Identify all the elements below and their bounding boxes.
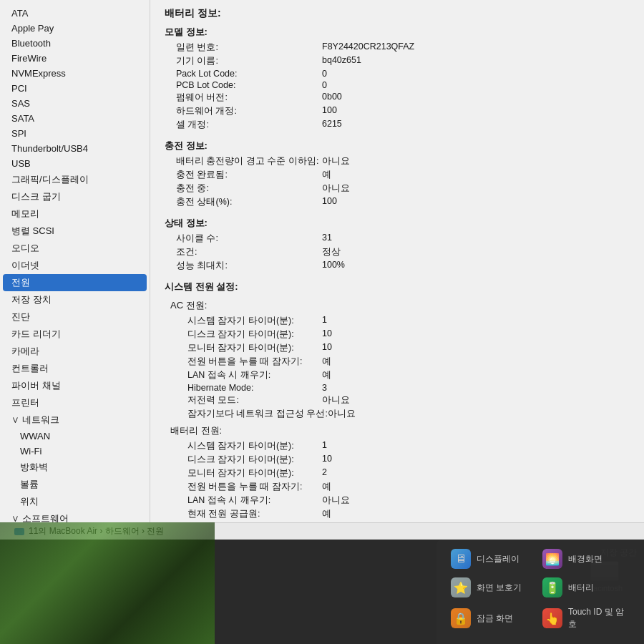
sidebar-item-storage[interactable]: 저장 장치 [0, 291, 150, 308]
info-label: 셀 개정: [165, 119, 322, 131]
sidebar-item-network-group[interactable]: ∨ 네트워크 [0, 411, 150, 429]
pref-icon-screensaver: ⭐ [451, 577, 471, 597]
sidebar-item-fiber-channel[interactable]: 파이버 채널 [0, 377, 150, 394]
pref-item-lock-screen[interactable]: 🔒잠금 화면 [447, 604, 532, 633]
info-value: 예 [322, 169, 331, 181]
info-row: LAN 접속 시 깨우기:아니요 [165, 494, 630, 507]
info-label: 사이클 수: [165, 233, 322, 245]
top-panel: ATAApple PayBluetoothFireWireNVMExpressP… [0, 0, 644, 522]
sidebar-item-power[interactable]: 전원 [3, 274, 147, 291]
info-label: 시스템 잠자기 타이머(분): [165, 440, 322, 452]
info-row: 현재 전원 공급원:예 [165, 508, 630, 520]
info-label: 펌웨어 버전: [165, 92, 322, 104]
sidebar-item-wifi[interactable]: Wi-Fi [0, 444, 150, 459]
background-photo [0, 522, 215, 644]
sidebar-item-volume[interactable]: 볼륨 [0, 476, 150, 493]
pref-icon-touch-id: 👆 [542, 608, 562, 628]
pref-label-battery-pref: 배터리 [568, 582, 594, 594]
info-row: 모니터 잠자기 타이머(분):2 [165, 467, 630, 479]
pref-item-display[interactable]: 🖥디스플레이 [447, 547, 532, 571]
info-label: 잠자기보다 네트워크 접근성 우선: [165, 408, 328, 420]
info-value: 3 [322, 383, 327, 393]
info-value: 2 [322, 467, 327, 479]
sidebar-item-graphics[interactable]: 그래픽/디스플레이 [0, 171, 150, 188]
charge-section: 충전 정보: 배터리 충전량이 경고 수준 이하임:아니요충전 완료됨:예충전 … [165, 140, 630, 208]
sidebar-item-controller[interactable]: 컨트롤러 [0, 360, 150, 377]
info-value: 1 [322, 440, 327, 452]
info-value: 아니요 [322, 182, 350, 195]
status-title: 상태 정보: [165, 217, 630, 230]
battery-rows: 시스템 잠자기 타이머(분):1디스크 잠자기 타이머(분):10모니터 잠자기… [165, 440, 630, 522]
sidebar-item-card-reader[interactable]: 카드 리더기 [0, 326, 150, 343]
info-value: 예 [322, 508, 331, 520]
sidebar-item-firewall[interactable]: 방화벽 [0, 459, 150, 476]
sidebar-item-disk[interactable]: 디스크 굽기 [0, 188, 150, 205]
info-row: 배터리 충전량이 경고 수준 이하임:아니요 [165, 155, 630, 167]
sidebar-item-bluetooth[interactable]: Bluetooth [0, 36, 150, 51]
info-label: LAN 접속 시 깨우기: [165, 369, 322, 381]
info-label: Pack Lot Code: [165, 69, 322, 79]
pref-item-touch-id[interactable]: 👆Touch ID 및 암호 [538, 604, 634, 633]
pref-item-battery-pref[interactable]: 🔋배터리 [538, 575, 624, 600]
sidebar-item-sata[interactable]: SATA [0, 111, 150, 126]
sidebar-item-diagnosis[interactable]: 진단 [0, 308, 150, 326]
info-label: 기기 이름: [165, 55, 322, 67]
sidebar-item-apple-pay[interactable]: Apple Pay [0, 21, 150, 36]
sidebar-item-parallel-scsi[interactable]: 병렬 SCSI [0, 223, 150, 240]
info-label: 저전력 모드: [165, 394, 322, 406]
info-value: 10 [322, 454, 332, 466]
info-row: Pack Lot Code:0 [165, 69, 630, 79]
info-value: 예 [322, 369, 331, 381]
sidebar-item-memory[interactable]: 메모리 [0, 205, 150, 223]
info-value: 아니요 [328, 408, 356, 420]
charge-title: 충전 정보: [165, 140, 630, 152]
status-rows: 사이클 수:31조건:정상성능 최대치:100% [165, 233, 630, 272]
info-value: bq40z651 [322, 55, 361, 67]
pref-label-screensaver: 화면 보호기 [477, 582, 522, 594]
info-row: 전원 버튼을 누를 때 잠자기:예 [165, 356, 630, 368]
pref-label-lock-screen: 잠금 화면 [477, 613, 513, 625]
pref-icon-lock-screen: 🔒 [451, 608, 471, 628]
info-row: 저전력 모드:아니요 [165, 394, 630, 406]
sidebar-item-location[interactable]: 위치 [0, 493, 150, 510]
info-label: 충전 완료됨: [165, 169, 322, 181]
main-content: 배터리 정보: 모델 정보: 일련 번호:F8Y24420CR213QFAZ기기… [150, 0, 644, 522]
sidebar-item-audio[interactable]: 오디오 [0, 240, 150, 257]
sidebar-item-spi[interactable]: SPI [0, 126, 150, 141]
info-value: 0 [322, 80, 327, 90]
ac-title: AC 전원: [165, 299, 630, 312]
prefs-panel: 🖥디스플레이🌅배경화면⭐화면 보호기🔋배터리🔒잠금 화면👆Touch ID 및 … [436, 540, 644, 644]
sidebar-item-printer[interactable]: 프린터 [0, 394, 150, 411]
model-rows: 일련 번호:F8Y24420CR213QFAZ기기 이름:bq40z651Pac… [165, 42, 630, 131]
info-row: 전원 버튼을 누를 때 잠자기:예 [165, 481, 630, 493]
sidebar-item-camera[interactable]: 카메라 [0, 343, 150, 360]
prefs-items: 🖥디스플레이🌅배경화면⭐화면 보호기🔋배터리🔒잠금 화면👆Touch ID 및 … [447, 547, 634, 633]
sidebar-item-wwan[interactable]: WWAN [0, 429, 150, 444]
sidebar-item-software-group[interactable]: ∨ 소프트웨어 [0, 510, 150, 522]
sidebar-item-nvmexpress[interactable]: NVMExpress [0, 66, 150, 81]
prefs-row: 🔒잠금 화면👆Touch ID 및 암호 [447, 604, 634, 633]
info-label: 하드웨어 개정: [165, 105, 322, 117]
info-value: 100 [322, 196, 337, 208]
pref-label-display: 디스플레이 [477, 553, 519, 565]
sidebar-item-ata[interactable]: ATA [0, 6, 150, 21]
sidebar-item-ethernet[interactable]: 이더넷 [0, 257, 150, 274]
info-row: PCB Lot Code:0 [165, 80, 630, 90]
sidebar-item-usb[interactable]: USB [0, 156, 150, 171]
info-value: 정상 [322, 246, 341, 258]
info-row: 성능 최대치:100% [165, 260, 630, 272]
info-row: 기기 이름:bq40z651 [165, 55, 630, 67]
sidebar-item-firewire[interactable]: FireWire [0, 51, 150, 66]
sidebar-item-sas[interactable]: SAS [0, 96, 150, 111]
model-section: 모델 정보: 일련 번호:F8Y24420CR213QFAZ기기 이름:bq40… [165, 26, 630, 131]
pref-item-screensaver[interactable]: ⭐화면 보호기 [447, 575, 532, 600]
sidebar-item-pci[interactable]: PCI [0, 81, 150, 96]
info-row: Hibernate Mode:3 [165, 383, 630, 393]
info-row: 사이클 수:31 [165, 233, 630, 245]
pref-item-wallpaper[interactable]: 🌅배경화면 [538, 547, 624, 571]
bottom-area: 저장 공간 Macintosh 🖥디스플레이🌅배경화면⭐화면 보호기🔋배터리🔒잠… [0, 540, 644, 644]
status-section: 상태 정보: 사이클 수:31조건:정상성능 최대치:100% [165, 217, 630, 272]
sidebar-item-thunderbolt[interactable]: Thunderbolt/USB4 [0, 141, 150, 156]
info-label: 배터리 충전량이 경고 수준 이하임: [165, 155, 322, 167]
info-value: 10 [322, 342, 332, 354]
